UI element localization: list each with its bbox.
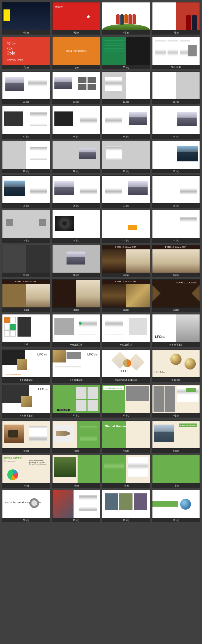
thumbnail-cell[interactable]: 06.jpg <box>152 175 200 208</box>
filename-label: 17.jpg <box>152 518 200 522</box>
thumb-image: LFC1/2 <box>52 350 100 378</box>
filename-label: 3.jpg <box>52 308 100 312</box>
filename-label: 8.jpg <box>2 449 50 453</box>
filename-label: 057版式.tif <box>102 342 150 347</box>
thumbnail-cell[interactable]: 21.jpg <box>2 72 50 104</box>
thumbnail-cell[interactable]: 7.jpg <box>52 421 100 453</box>
thumbnail-cell[interactable]: 20.jpg <box>52 72 100 104</box>
thumb-image <box>102 490 150 518</box>
thumbnail-cell[interactable]: 1.tif <box>2 314 50 347</box>
thumbnail-cell[interactable]: 09.jpg <box>2 175 50 208</box>
thumbnail-cell[interactable]: 19.jpg <box>52 490 100 522</box>
thumb-image <box>52 210 100 238</box>
thumbnail-cell[interactable]: FEMALE GLAMOUR5.jpg <box>152 245 200 277</box>
subhead: Strikingly Simple <box>7 59 23 61</box>
thumbnail-cell[interactable]: 04.jpg <box>52 210 100 242</box>
thumbnail-cell[interactable]: 065版式.tif <box>52 314 100 347</box>
thumbnail-cell[interactable]: LFCfengmiandi 副本.jpg <box>102 350 150 383</box>
thumbnail-cell[interactable]: 02.jpg <box>152 210 200 242</box>
thumbnail-cell[interactable]: 2.jpg <box>102 455 150 487</box>
thumb-image: WORKPLACE EQUITY <box>152 421 200 449</box>
thumb-image <box>152 141 200 169</box>
thumbnail-cell[interactable]: 14.jpg <box>152 106 200 138</box>
thumbnail-cell[interactable]: FEMALE GLAMOUR2.jpg <box>102 279 150 312</box>
filename-label: 6.jpg <box>102 449 150 453</box>
thumbnail-cell[interactable]: 11.jpg <box>102 141 150 173</box>
thumbnail-cell[interactable]: 3.jpg <box>152 2 200 35</box>
thumbnail-cell[interactable]: Shared Humanity.6.jpg <box>102 421 150 453</box>
thumbnail-cell[interactable]: 18.jpg <box>152 72 200 104</box>
thumbnail-cell[interactable]: rate of the overall Austrian market.20.j… <box>2 490 50 522</box>
thumbnail-cell[interactable]: 17.jpg <box>2 106 50 138</box>
thumbnail-cell[interactable]: 17.jpg <box>152 490 200 522</box>
filename-label: 05.jpg <box>2 238 50 243</box>
filename-label: 3-4 副本.jpg <box>2 378 50 383</box>
thumbnail-cell[interactable]: 057版式.tif <box>102 314 150 347</box>
thumbnail-cell[interactable]: LFC1/21-2 副本.jpg <box>52 350 100 383</box>
thumbnail-cell[interactable]: 001 (9).tif <box>152 37 200 69</box>
thumb-image <box>2 106 50 134</box>
thumbnail-cell[interactable]: 05.jpg <box>2 210 50 242</box>
thumbnail-cell[interactable]: 13.jpg <box>2 141 50 173</box>
filename-label: 4.jpg <box>102 30 150 35</box>
thumbnail-cell[interactable]: OUR BRAND PILLARS10.jpg <box>102 385 150 418</box>
filename-label: 14.jpg <box>152 134 200 139</box>
thumbnail-cell[interactable]: 10.jpg <box>152 141 200 173</box>
thumbnail-cell[interactable]: LFC3/4Company management3-4 副本.jpg <box>2 350 50 383</box>
thumbnail-cell[interactable]: 16.jpg <box>52 106 100 138</box>
thumbnail-cell[interactable]: FEMALE GLAMOUR1.jpg <box>152 279 200 312</box>
thumbnail-cell[interactable]: 3.jpg <box>52 279 100 312</box>
thumbnail-cell[interactable]: LFC7/87-8 副本.jpg <box>2 385 50 418</box>
thumbnail-cell[interactable]: WORKLOAD11.jpg <box>52 385 100 418</box>
filename-label: 4.jpg <box>2 483 50 488</box>
thumbnail-cell[interactable]: FEMALE GLAMOUR6.jpg <box>102 245 150 277</box>
thumbnail-cell[interactable]: WORKPLACE EQUITY5.jpg <box>152 421 200 453</box>
thumbnail-cell[interactable]: LFC9/109-10.jpg <box>152 350 200 383</box>
filename-label: 11.jpg <box>102 169 150 173</box>
thumbnail-cell[interactable]: 08.jpg <box>52 175 100 208</box>
thumbnail-cell[interactable]: 22.jpg <box>52 245 100 277</box>
thumb-image <box>152 385 200 413</box>
thumb-image <box>102 455 150 483</box>
thumb-image: FEMALE GLAMOUR <box>152 245 200 273</box>
thumbnail-cell[interactable]: Winter 5.jpg <box>52 2 100 35</box>
thumbnail-cell[interactable]: LFC5/65-6 副本.jpg <box>152 314 200 347</box>
thumb-image <box>2 245 50 273</box>
thumbnail-grid: 6.jpg Winter 5.jpg 4.jpg 3.jpg Nike GS P… <box>0 0 202 524</box>
thumb-image: Shared Humanity. <box>102 421 150 449</box>
filename-label: 11.jpg <box>52 413 100 418</box>
thumbnail-cell[interactable]: 4.jpg <box>102 2 150 35</box>
thumb-image: Nike GS Polo_ Strikingly Simple <box>2 37 50 65</box>
filename-label: 13.jpg <box>2 169 50 173</box>
thumbnail-cell[interactable]: Blend Your Colours 1.jpg <box>52 37 100 69</box>
thumbnail-cell[interactable]: SHARED HUMANITYOur brand essenceMicroPla… <box>2 455 50 487</box>
thumbnail-cell[interactable]: 15.jpg <box>102 106 150 138</box>
thumbnail-cell[interactable]: 8.jpg <box>2 421 50 453</box>
filename-label: 18.jpg <box>152 100 200 104</box>
headline: Nike GS Polo_ <box>7 42 17 55</box>
thumbnail-cell[interactable]: 03.jpg <box>102 210 150 242</box>
thumb-image <box>52 490 100 518</box>
thumb-image <box>52 106 100 134</box>
filename-label: 1.tif <box>2 342 50 347</box>
thumbnail-cell[interactable]: 3.jpg <box>52 455 100 487</box>
thumb-image <box>2 314 50 342</box>
thumbnail-cell[interactable]: 01.jpg <box>2 245 50 277</box>
thumbnail-cell[interactable]: 19.jpg <box>102 72 150 104</box>
thumbnail-cell[interactable]: 07.jpg <box>102 175 150 208</box>
thumbnail-cell[interactable]: 6.jpg <box>2 2 50 35</box>
thumbnail-cell[interactable]: 9.jpg <box>152 385 200 418</box>
filename-label: 07.jpg <box>102 204 150 208</box>
thumbnail-cell[interactable]: 18.jpg <box>102 490 150 522</box>
filename-label: 001 (9).tif <box>152 65 200 69</box>
thumbnail-cell[interactable]: Nike GS Polo_ Strikingly Simple 2.jpg <box>2 37 50 69</box>
thumbnail-cell[interactable]: FEMALE GLAMOUR4.jpg <box>2 279 50 312</box>
filename-label: 18.jpg <box>102 518 150 522</box>
thumb-image <box>2 175 50 204</box>
thumbnail-cell[interactable]: 1.jpg <box>152 455 200 487</box>
filename-label: 5.jpg <box>152 273 200 277</box>
thumb-image <box>52 421 100 449</box>
thumbnail-cell[interactable]: 12.jpg <box>52 141 100 173</box>
filename-label: 20.jpg <box>2 518 50 522</box>
thumbnail-cell[interactable]: 23.jpg <box>102 37 150 69</box>
